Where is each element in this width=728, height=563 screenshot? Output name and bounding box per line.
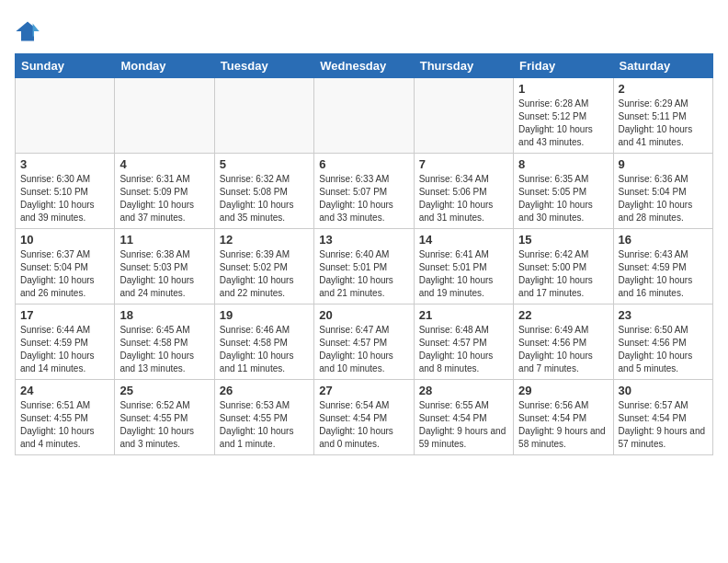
calendar-cell: 23Sunrise: 6:50 AM Sunset: 4:56 PM Dayli… bbox=[613, 304, 712, 380]
day-number: 29 bbox=[518, 384, 608, 397]
calendar: SundayMondayTuesdayWednesdayThursdayFrid… bbox=[15, 53, 713, 455]
day-info: Sunrise: 6:38 AM Sunset: 5:03 PM Dayligh… bbox=[119, 248, 209, 300]
calendar-cell bbox=[314, 78, 414, 154]
calendar-cell: 12Sunrise: 6:39 AM Sunset: 5:02 PM Dayli… bbox=[214, 229, 313, 304]
calendar-cell: 16Sunrise: 6:43 AM Sunset: 4:59 PM Dayli… bbox=[613, 229, 712, 304]
day-info: Sunrise: 6:36 AM Sunset: 5:04 PM Dayligh… bbox=[619, 173, 708, 224]
day-number: 28 bbox=[419, 384, 508, 397]
day-info: Sunrise: 6:53 AM Sunset: 4:55 PM Dayligh… bbox=[220, 399, 309, 451]
calendar-cell: 22Sunrise: 6:49 AM Sunset: 4:56 PM Dayli… bbox=[514, 304, 613, 380]
day-number: 24 bbox=[20, 384, 109, 397]
calendar-cell: 3Sunrise: 6:30 AM Sunset: 5:10 PM Daylig… bbox=[16, 154, 115, 229]
day-info: Sunrise: 6:40 AM Sunset: 5:01 PM Dayligh… bbox=[319, 248, 408, 300]
calendar-cell: 27Sunrise: 6:54 AM Sunset: 4:54 PM Dayli… bbox=[314, 380, 414, 455]
calendar-cell: 14Sunrise: 6:41 AM Sunset: 5:01 PM Dayli… bbox=[414, 229, 513, 304]
day-info: Sunrise: 6:44 AM Sunset: 4:59 PM Dayligh… bbox=[20, 324, 109, 375]
day-info: Sunrise: 6:37 AM Sunset: 5:04 PM Dayligh… bbox=[20, 248, 109, 300]
day-info: Sunrise: 6:52 AM Sunset: 4:55 PM Dayligh… bbox=[119, 399, 209, 451]
weekday-header-friday: Friday bbox=[514, 54, 613, 78]
day-number: 21 bbox=[419, 308, 508, 322]
calendar-cell bbox=[414, 78, 513, 154]
calendar-cell: 1Sunrise: 6:28 AM Sunset: 5:12 PM Daylig… bbox=[514, 78, 613, 154]
day-number: 17 bbox=[20, 308, 109, 322]
logo-icon bbox=[15, 18, 40, 44]
calendar-cell: 19Sunrise: 6:46 AM Sunset: 4:58 PM Dayli… bbox=[214, 304, 313, 380]
day-info: Sunrise: 6:39 AM Sunset: 5:02 PM Dayligh… bbox=[220, 248, 309, 300]
day-number: 27 bbox=[319, 384, 408, 397]
calendar-cell: 24Sunrise: 6:51 AM Sunset: 4:55 PM Dayli… bbox=[16, 380, 115, 455]
calendar-cell: 15Sunrise: 6:42 AM Sunset: 5:00 PM Dayli… bbox=[514, 229, 613, 304]
weekday-header-wednesday: Wednesday bbox=[314, 54, 414, 78]
logo bbox=[15, 18, 44, 44]
calendar-week-0: 1Sunrise: 6:28 AM Sunset: 5:12 PM Daylig… bbox=[16, 78, 713, 154]
weekday-header-saturday: Saturday bbox=[613, 54, 712, 78]
day-number: 8 bbox=[518, 157, 608, 171]
day-number: 7 bbox=[419, 157, 508, 171]
day-number: 20 bbox=[319, 308, 408, 322]
day-info: Sunrise: 6:49 AM Sunset: 4:56 PM Dayligh… bbox=[518, 324, 608, 375]
day-number: 11 bbox=[119, 233, 209, 247]
calendar-cell: 6Sunrise: 6:33 AM Sunset: 5:07 PM Daylig… bbox=[314, 154, 414, 229]
day-number: 14 bbox=[419, 233, 508, 247]
calendar-cell: 18Sunrise: 6:45 AM Sunset: 4:58 PM Dayli… bbox=[115, 304, 214, 380]
calendar-week-4: 24Sunrise: 6:51 AM Sunset: 4:55 PM Dayli… bbox=[16, 380, 713, 455]
day-info: Sunrise: 6:33 AM Sunset: 5:07 PM Dayligh… bbox=[319, 173, 408, 224]
day-info: Sunrise: 6:50 AM Sunset: 4:56 PM Dayligh… bbox=[619, 324, 708, 375]
day-number: 12 bbox=[220, 233, 309, 247]
day-number: 3 bbox=[20, 157, 109, 171]
calendar-cell: 7Sunrise: 6:34 AM Sunset: 5:06 PM Daylig… bbox=[414, 154, 513, 229]
day-number: 9 bbox=[619, 157, 708, 171]
day-info: Sunrise: 6:41 AM Sunset: 5:01 PM Dayligh… bbox=[419, 248, 508, 300]
day-info: Sunrise: 6:35 AM Sunset: 5:05 PM Dayligh… bbox=[518, 173, 608, 224]
day-number: 26 bbox=[220, 384, 309, 397]
day-number: 15 bbox=[518, 233, 608, 247]
calendar-cell: 2Sunrise: 6:29 AM Sunset: 5:11 PM Daylig… bbox=[613, 78, 712, 154]
day-number: 18 bbox=[119, 308, 209, 322]
day-info: Sunrise: 6:51 AM Sunset: 4:55 PM Dayligh… bbox=[20, 399, 109, 451]
day-info: Sunrise: 6:56 AM Sunset: 4:54 PM Dayligh… bbox=[518, 399, 608, 451]
day-number: 1 bbox=[518, 82, 608, 96]
weekday-header-sunday: Sunday bbox=[16, 54, 115, 78]
weekday-header-monday: Monday bbox=[115, 54, 214, 78]
calendar-week-1: 3Sunrise: 6:30 AM Sunset: 5:10 PM Daylig… bbox=[16, 154, 713, 229]
weekday-header-thursday: Thursday bbox=[414, 54, 513, 78]
day-number: 23 bbox=[619, 308, 708, 322]
day-number: 16 bbox=[619, 233, 708, 247]
day-info: Sunrise: 6:47 AM Sunset: 4:57 PM Dayligh… bbox=[319, 324, 408, 375]
calendar-cell: 9Sunrise: 6:36 AM Sunset: 5:04 PM Daylig… bbox=[613, 154, 712, 229]
calendar-cell: 28Sunrise: 6:55 AM Sunset: 4:54 PM Dayli… bbox=[414, 380, 513, 455]
day-number: 10 bbox=[20, 233, 109, 247]
day-number: 6 bbox=[319, 157, 408, 171]
day-info: Sunrise: 6:34 AM Sunset: 5:06 PM Dayligh… bbox=[419, 173, 508, 224]
calendar-week-2: 10Sunrise: 6:37 AM Sunset: 5:04 PM Dayli… bbox=[16, 229, 713, 304]
day-info: Sunrise: 6:32 AM Sunset: 5:08 PM Dayligh… bbox=[220, 173, 309, 224]
day-info: Sunrise: 6:46 AM Sunset: 4:58 PM Dayligh… bbox=[220, 324, 309, 375]
calendar-cell: 5Sunrise: 6:32 AM Sunset: 5:08 PM Daylig… bbox=[214, 154, 313, 229]
calendar-cell: 29Sunrise: 6:56 AM Sunset: 4:54 PM Dayli… bbox=[514, 380, 613, 455]
day-info: Sunrise: 6:29 AM Sunset: 5:11 PM Dayligh… bbox=[619, 98, 708, 149]
header bbox=[15, 15, 713, 44]
day-number: 25 bbox=[119, 384, 209, 397]
day-info: Sunrise: 6:55 AM Sunset: 4:54 PM Dayligh… bbox=[419, 399, 508, 451]
day-info: Sunrise: 6:43 AM Sunset: 4:59 PM Dayligh… bbox=[619, 248, 708, 300]
day-info: Sunrise: 6:28 AM Sunset: 5:12 PM Dayligh… bbox=[518, 98, 608, 149]
weekday-header-tuesday: Tuesday bbox=[214, 54, 313, 78]
day-number: 4 bbox=[119, 157, 209, 171]
weekday-header-row: SundayMondayTuesdayWednesdayThursdayFrid… bbox=[16, 54, 713, 78]
calendar-cell bbox=[214, 78, 313, 154]
svg-marker-1 bbox=[33, 24, 40, 37]
calendar-cell: 25Sunrise: 6:52 AM Sunset: 4:55 PM Dayli… bbox=[115, 380, 214, 455]
calendar-cell: 11Sunrise: 6:38 AM Sunset: 5:03 PM Dayli… bbox=[115, 229, 214, 304]
calendar-cell: 4Sunrise: 6:31 AM Sunset: 5:09 PM Daylig… bbox=[115, 154, 214, 229]
calendar-week-3: 17Sunrise: 6:44 AM Sunset: 4:59 PM Dayli… bbox=[16, 304, 713, 380]
day-info: Sunrise: 6:54 AM Sunset: 4:54 PM Dayligh… bbox=[319, 399, 408, 451]
calendar-cell: 30Sunrise: 6:57 AM Sunset: 4:54 PM Dayli… bbox=[613, 380, 712, 455]
day-number: 19 bbox=[220, 308, 309, 322]
day-info: Sunrise: 6:42 AM Sunset: 5:00 PM Dayligh… bbox=[518, 248, 608, 300]
calendar-cell: 26Sunrise: 6:53 AM Sunset: 4:55 PM Dayli… bbox=[214, 380, 313, 455]
day-number: 13 bbox=[319, 233, 408, 247]
day-number: 30 bbox=[619, 384, 708, 397]
day-info: Sunrise: 6:31 AM Sunset: 5:09 PM Dayligh… bbox=[119, 173, 209, 224]
calendar-cell bbox=[16, 78, 115, 154]
day-info: Sunrise: 6:30 AM Sunset: 5:10 PM Dayligh… bbox=[20, 173, 109, 224]
